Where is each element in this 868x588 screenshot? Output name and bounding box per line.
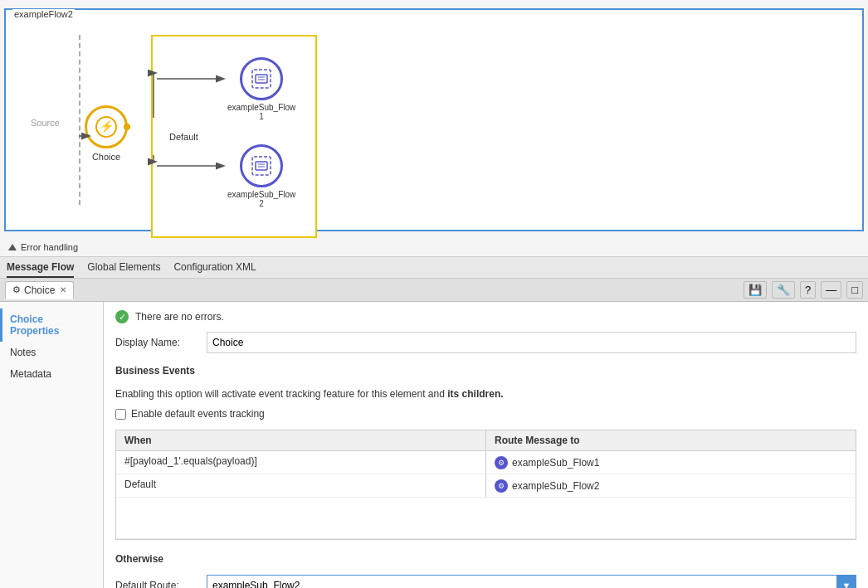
route-icon-2: ⚙ [495,479,508,493]
enable-tracking-label: Enable default events tracking [131,408,265,420]
enable-tracking-row: Enable default events tracking [115,408,856,420]
routing-cell-route-2: ⚙ exampleSub_Flow2 [486,474,856,497]
error-handling[interactable]: Error handling [8,242,78,252]
help-button[interactable]: ? [800,281,816,299]
choice-icon: ⚡ [95,115,118,138]
subflow-label-2: exampleSub_Flow2 [227,190,295,208]
subflow-node-1[interactable]: exampleSub_Flow1 [227,57,295,121]
default-route-select[interactable]: exampleSub_Flow1 exampleSub_Flow2 [207,575,856,588]
subflow-circle-1 [240,57,283,100]
sidebar-item-metadata[interactable]: Metadata [0,363,103,385]
flow-arrows-outer [6,10,862,230]
col-when-header: When [116,430,486,450]
subflow-icon-2 [249,153,274,178]
svg-rect-7 [256,162,267,170]
panel-tab-close[interactable]: ✕ [60,285,66,294]
tab-message-flow[interactable]: Message Flow [7,258,74,278]
routing-cell-when-2: Default [116,474,486,497]
success-icon: ✓ [115,310,129,323]
success-text: There are no errors. [135,311,224,323]
default-route-row: Default Route: exampleSub_Flow1 exampleS… [115,575,856,588]
choice-node-label: Choice [92,152,120,162]
error-handling-label: Error handling [21,242,78,252]
minimize-button[interactable]: — [821,281,841,299]
source-label: Source [31,118,60,128]
flow-container: exampleFlow2 Source ⚡ Choice [4,8,864,231]
routing-row-1[interactable]: #[payload_1'.equals(payload)] ⚙ exampleS… [116,451,856,474]
display-name-row: Display Name: [115,332,856,353]
panel-tab-bar: ⚙ Choice ✕ 💾 🔧 ? — □ [0,279,868,302]
subflow-circle-2 [240,144,283,187]
panel-toolbar: 💾 🔧 ? — □ [744,281,863,299]
main-tab-bar: Message Flow Global Elements Configurati… [0,257,868,279]
subflow-icon-1 [249,66,274,91]
routing-row-2[interactable]: Default ⚙ exampleSub_Flow2 [116,474,856,498]
routing-table-header: When Route Message to [116,430,856,451]
tab-global-elements[interactable]: Global Elements [87,258,160,278]
main-panel: Choice Properties Notes Metadata ✓ There… [0,302,868,588]
enable-tracking-checkbox[interactable] [115,409,126,420]
route-icon-1: ⚙ [495,456,508,469]
routing-table: When Route Message to #[payload_1'.equal… [115,430,856,540]
canvas-area: exampleFlow2 Source ⚡ Choice [0,0,868,257]
sidebar-item-notes[interactable]: Notes [0,342,103,363]
panel-tab-label: Choice [24,284,55,296]
dashed-border-left [79,35,80,205]
svg-rect-3 [256,75,267,83]
flow-title: exampleFlow2 [12,9,75,19]
subflow-container: exampleSub_Flow1 Default exampleSub_Flow… [151,35,317,238]
display-name-label: Display Name: [115,337,207,348]
route-value-2: exampleSub_Flow2 [512,480,599,492]
otherwise-title: Otherwise [115,550,856,568]
save-button[interactable]: 💾 [744,281,767,299]
content-area: ✓ There are no errors. Display Name: Bus… [104,302,868,588]
business-events-section: Business Events Enabling this option wil… [115,362,856,420]
tools-button[interactable]: 🔧 [772,281,795,299]
routing-cell-when-1: #[payload_1'.equals(payload)] [116,451,486,474]
col-route-header: Route Message to [486,430,856,450]
choice-node[interactable]: ⚡ Choice [85,105,128,162]
success-banner: ✓ There are no errors. [115,310,856,323]
subflow-node-2[interactable]: exampleSub_Flow2 [227,144,295,208]
routing-row-empty [116,498,856,539]
default-label: Default [169,132,198,142]
error-triangle-icon [8,244,17,250]
maximize-button[interactable]: □ [846,281,863,299]
business-events-desc: Enabling this option will activate event… [115,386,856,401]
panel-tab-choice[interactable]: ⚙ Choice ✕ [5,281,74,299]
default-route-wrapper: exampleSub_Flow1 exampleSub_Flow2 ▼ [207,575,856,588]
panel-tab-icon: ⚙ [12,284,21,295]
default-route-label: Default Route: [115,580,207,588]
svg-text:⚡: ⚡ [100,119,115,134]
route-value-1: exampleSub_Flow1 [512,457,599,469]
display-name-input[interactable] [207,332,856,353]
tab-config-xml[interactable]: Configuration XML [173,258,256,278]
otherwise-section: Otherwise Default Route: exampleSub_Flow… [115,550,856,588]
business-events-title: Business Events [115,362,856,380]
sidebar-item-choice-properties[interactable]: Choice Properties [0,309,103,342]
subflow-label-1: exampleSub_Flow1 [227,103,295,121]
choice-circle: ⚡ [85,105,128,148]
routing-cell-route-1: ⚙ exampleSub_Flow1 [486,451,856,474]
sidebar: Choice Properties Notes Metadata [0,302,104,588]
